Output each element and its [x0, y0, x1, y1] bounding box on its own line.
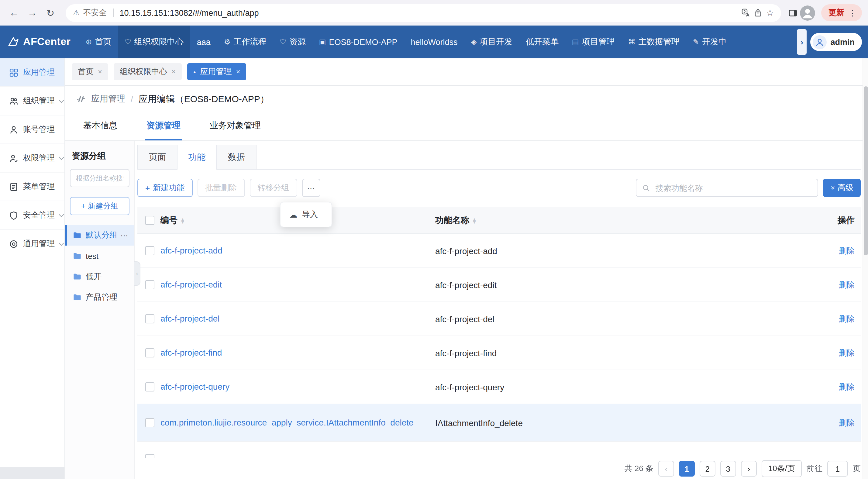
share-icon[interactable] [754, 8, 763, 17]
tab-function-resources[interactable]: 功能 [177, 145, 217, 169]
function-id-link[interactable]: afc-f-project-query [160, 381, 435, 393]
update-button[interactable]: 更新 ⋮ [821, 4, 862, 21]
sidebar-item-permission-mgmt[interactable]: 权限管理 [0, 144, 64, 173]
sidebar-item-account-mgmt[interactable]: 账号管理 [0, 116, 64, 144]
function-id-link[interactable]: afc-f-project-del [160, 312, 435, 325]
split-view-icon[interactable] [788, 8, 798, 17]
sort-icon[interactable]: ▲▼ [472, 217, 476, 223]
nav-item-helloworldss[interactable]: helloWorldss [404, 26, 464, 58]
page-button-3[interactable]: 3 [720, 461, 736, 477]
group-item-product-mgmt[interactable]: 产品管理 [65, 287, 134, 307]
browser-profile-avatar[interactable] [800, 5, 815, 20]
row-checkbox[interactable] [145, 314, 154, 323]
heart-icon: ♡ [280, 38, 286, 46]
function-id-link[interactable]: afc-f-project-add [160, 244, 435, 257]
tab-page-resources[interactable]: 页面 [137, 145, 178, 169]
function-id-link[interactable]: afc-f-project-find [160, 347, 435, 359]
table-row-partial [137, 442, 861, 458]
translate-icon[interactable] [742, 8, 750, 17]
row-checkbox[interactable] [145, 454, 154, 458]
sidebar-item-app-mgmt[interactable]: 应用管理 [0, 58, 64, 87]
tab-resource-mgmt[interactable]: 资源管理 [145, 113, 182, 141]
bookmark-star-icon[interactable]: ☆ [766, 8, 774, 18]
sidebar-item-org-mgmt[interactable]: 组织管理 [0, 87, 64, 116]
open-tab-bar: 首页 × 组织权限中心 × ● 应用管理 × [65, 58, 868, 86]
nav-item-project-dev[interactable]: ◈项目开发 [464, 26, 519, 58]
more-actions-button[interactable]: ⋯ ☁ 导入 [302, 179, 320, 197]
nav-item-workflow[interactable]: ⚙工作流程 [217, 26, 273, 58]
row-checkbox[interactable] [145, 382, 154, 391]
back-button[interactable]: ← [6, 5, 22, 21]
browser-menu-icon[interactable]: ⋮ [848, 8, 857, 17]
close-icon[interactable]: × [172, 67, 176, 76]
import-menu-item[interactable]: ☁ 导入 [280, 206, 331, 224]
close-icon[interactable]: × [98, 67, 102, 76]
close-icon[interactable]: × [236, 67, 240, 76]
sort-icon[interactable]: ▲▼ [181, 217, 185, 223]
transfer-group-button[interactable]: 转移分组 [250, 179, 297, 197]
nav-overflow-arrow[interactable]: › [797, 29, 807, 55]
delete-link[interactable]: 删除 [802, 245, 861, 256]
nav-item-project-mgmt[interactable]: ▤项目管理 [565, 26, 622, 58]
reload-button[interactable]: ↻ [42, 5, 58, 21]
grid-icon [9, 68, 18, 77]
tab-business-object-mgmt[interactable]: 业务对象管理 [209, 113, 262, 141]
nav-item-resource[interactable]: ♡资源 [273, 26, 312, 58]
page-size-select[interactable]: 10条/页 [762, 460, 802, 477]
row-checkbox[interactable] [145, 348, 154, 357]
nav-item-developing[interactable]: ✎开发中 [686, 26, 733, 58]
nav-item-aaa[interactable]: aaa [190, 26, 217, 58]
delete-link[interactable]: 删除 [802, 279, 861, 290]
delete-link[interactable]: 删除 [802, 348, 861, 358]
panel-collapse-handle[interactable]: ‹ [134, 261, 141, 286]
delete-link[interactable]: 删除 [802, 382, 861, 392]
nav-item-eos8-demo-app[interactable]: ▣EOS8-DEMO-APP [312, 26, 404, 58]
app-logo[interactable]: AFCenter [0, 36, 72, 48]
row-checkbox[interactable] [145, 246, 154, 255]
search-icon [643, 184, 650, 192]
prev-page-button[interactable]: ‹ [658, 461, 674, 477]
page-button-1[interactable]: 1 [679, 461, 695, 477]
breadcrumb-parent[interactable]: 应用管理 [91, 94, 125, 104]
tab-chip-home[interactable]: 首页 × [72, 63, 108, 80]
url-text: 10.15.15.151:13082/#/menu_auth/app [120, 8, 259, 17]
next-page-button[interactable]: › [741, 461, 757, 477]
forward-button[interactable]: → [24, 5, 40, 21]
sidebar-item-menu-mgmt[interactable]: 菜单管理 [0, 173, 64, 201]
nav-item-home[interactable]: ⊕首页 [79, 26, 118, 58]
tab-data-resources[interactable]: 数据 [216, 145, 256, 169]
page-button-2[interactable]: 2 [700, 461, 715, 477]
nav-item-org-auth-center[interactable]: ♡组织权限中心 [118, 26, 190, 58]
row-checkbox[interactable] [145, 280, 154, 289]
nav-item-master-data-mgmt[interactable]: ⌘主数据管理 [622, 26, 686, 58]
new-group-button[interactable]: + 新建分组 [70, 197, 129, 215]
delete-link[interactable]: 删除 [802, 313, 861, 324]
delete-link[interactable]: 删除 [802, 417, 861, 428]
batch-delete-button[interactable]: 批量删除 [197, 179, 245, 197]
function-search-input[interactable] [654, 183, 812, 193]
group-item-test[interactable]: test [65, 246, 134, 266]
scrollbar-thumb[interactable] [864, 86, 868, 255]
user-menu[interactable]: admin [810, 33, 862, 51]
advanced-search-button[interactable]: « 高级 [823, 179, 861, 197]
function-id-link[interactable]: afc-f-project-edit [160, 278, 435, 291]
goto-page-input[interactable] [827, 461, 848, 477]
group-search-input[interactable] [75, 174, 125, 182]
nav-item-lowcode-menu[interactable]: 低开菜单 [519, 26, 565, 58]
group-item-default[interactable]: 默认分组 ⋯ [65, 225, 134, 246]
group-item-lowcode[interactable]: 低开 [65, 266, 134, 287]
tab-chip-app-mgmt[interactable]: ● 应用管理 × [187, 63, 246, 80]
row-checkbox[interactable] [145, 418, 154, 427]
group-search-box[interactable] [70, 169, 129, 187]
group-more-icon[interactable]: ⋯ [120, 231, 129, 240]
tab-chip-org-auth-center[interactable]: 组织权限中心 × [114, 63, 182, 80]
sidebar-item-security-mgmt[interactable]: 安全管理 [0, 201, 64, 230]
new-function-button[interactable]: + 新建功能 [137, 179, 192, 197]
tab-basic-info[interactable]: 基本信息 [82, 113, 119, 141]
function-search-box[interactable] [636, 179, 818, 197]
page-scrollbar[interactable] [863, 58, 868, 479]
sidebar-item-general-mgmt[interactable]: 通用管理 [0, 230, 64, 258]
select-all-checkbox[interactable] [145, 216, 154, 225]
address-bar[interactable]: ⚠ 不安全 10.15.15.151:13082/#/menu_auth/app… [66, 4, 781, 22]
function-id-link[interactable]: com.primeton.liujie.resource_apply_servi… [160, 416, 435, 429]
